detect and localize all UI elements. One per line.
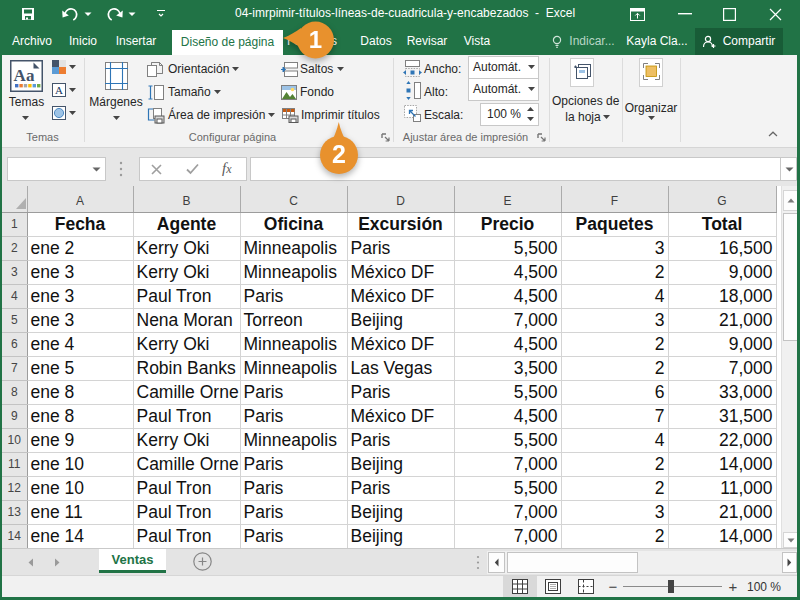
svg-text:Aa: Aa [14,66,35,85]
svg-text:A: A [55,84,63,96]
svg-text:1: 1 [309,26,322,53]
svg-text:2: 2 [332,140,346,168]
